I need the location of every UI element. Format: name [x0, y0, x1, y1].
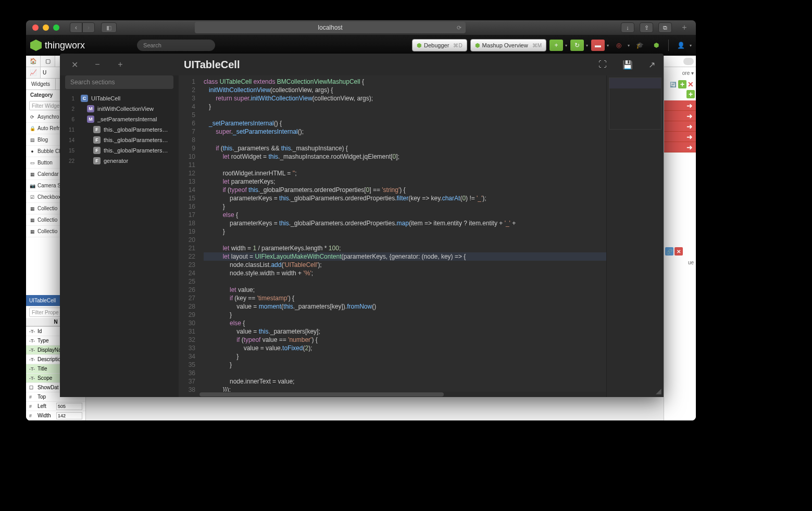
- outline-item[interactable]: 15Fthis._globalParameters…: [60, 145, 179, 156]
- home-icon[interactable]: 🏠: [26, 56, 41, 67]
- maximize-window-icon[interactable]: [53, 24, 59, 31]
- code-line[interactable]: else {: [204, 319, 606, 327]
- forward-button[interactable]: ›: [82, 22, 95, 33]
- code-line[interactable]: parameterKeys = this._globalParameters.o…: [204, 219, 606, 227]
- code-line[interactable]: initWithCollectionView(collectionView, a…: [204, 86, 606, 94]
- flag-icon[interactable]: ▬: [591, 40, 605, 51]
- minimize-tab-icon[interactable]: −: [91, 58, 104, 71]
- dropdown-icon[interactable]: ▾: [586, 43, 588, 48]
- code-line[interactable]: if (typeof value == 'number') {: [204, 336, 606, 344]
- reload-icon[interactable]: ⟳: [457, 24, 461, 31]
- debugger-button[interactable]: ⬢ Debugger ⌘D: [412, 39, 467, 52]
- resize-handle-icon[interactable]: ◢: [656, 387, 661, 395]
- code-line[interactable]: if (typeof this._globalParameters.ordere…: [204, 186, 606, 194]
- outline-item[interactable]: 2MinitWithCollectionView: [60, 104, 179, 114]
- fullscreen-icon[interactable]: ⛶: [598, 60, 607, 70]
- code-line[interactable]: node.classList.add('UITableCell');: [204, 261, 606, 269]
- minimap[interactable]: [606, 75, 664, 397]
- code-line[interactable]: [204, 369, 606, 377]
- horizontal-scrollbar[interactable]: [199, 392, 606, 397]
- outline-item[interactable]: 14Fthis._globalParameters…: [60, 135, 179, 145]
- code-line[interactable]: [204, 111, 606, 119]
- code-line[interactable]: node.style.width = width + '%';: [204, 269, 606, 277]
- code-line[interactable]: super._setParametersInternal();: [204, 127, 606, 136]
- new-tab-button[interactable]: +: [679, 22, 690, 33]
- code-line[interactable]: value = value.toFixed(2);: [204, 344, 606, 352]
- code-line[interactable]: }: [204, 227, 606, 236]
- code-line[interactable]: }: [204, 311, 606, 319]
- cube-icon[interactable]: ⬢: [649, 40, 663, 51]
- chart-icon[interactable]: 📈: [26, 67, 41, 78]
- delete-icon[interactable]: ✕: [674, 247, 683, 256]
- close-window-icon[interactable]: [32, 24, 39, 31]
- downloads-icon[interactable]: ↓: [621, 22, 634, 33]
- target-icon[interactable]: ◎: [612, 40, 626, 51]
- outline-item[interactable]: 11Fthis._globalParameters…: [60, 124, 179, 135]
- tab-widgets[interactable]: Widgets: [26, 79, 56, 90]
- search-input[interactable]: Search: [137, 40, 215, 51]
- sidebar-toggle-button[interactable]: ◧: [101, 22, 117, 33]
- mashup-overview-button[interactable]: ⬢ Mashup Overview ⌘M: [470, 39, 546, 52]
- code-line[interactable]: return super.initWithCollectionView(coll…: [204, 94, 606, 103]
- refresh-icon[interactable]: 🔄: [670, 82, 676, 87]
- action-arrow[interactable]: ➜: [664, 142, 696, 152]
- outline-item[interactable]: 6M_setParametersInternal: [60, 114, 179, 124]
- add-icon[interactable]: +: [686, 90, 695, 98]
- code-lines[interactable]: class UITableCell extends BMCollectionVi…: [199, 75, 606, 397]
- url-bar[interactable]: localhost ⟳: [195, 22, 466, 33]
- refresh-icon[interactable]: ↻: [570, 40, 584, 51]
- add-icon[interactable]: +: [678, 80, 686, 88]
- tabs-icon[interactable]: ⧉: [658, 22, 672, 33]
- code-line[interactable]: let width = 1 / parameterKeys.length * 1…: [204, 244, 606, 252]
- code-line[interactable]: }: [204, 103, 606, 111]
- code-line[interactable]: if (this._parameters && this._mashupInst…: [204, 144, 606, 152]
- code-line[interactable]: if (key == 'timestamp') {: [204, 294, 606, 302]
- code-line[interactable]: [204, 277, 606, 286]
- prop-row[interactable]: #Width142: [26, 411, 85, 420]
- more-dropdown[interactable]: ore ▾: [664, 67, 696, 79]
- delete-icon[interactable]: ✕: [688, 80, 694, 88]
- code-line[interactable]: rootWidget.innerHTML = '';: [204, 169, 606, 177]
- outline-list[interactable]: 1CUITableCell2MinitWithCollectionView6M_…: [60, 93, 179, 397]
- code-line[interactable]: class UITableCell extends BMCollectionVi…: [204, 78, 606, 86]
- code-line[interactable]: value = this._parameters[key];: [204, 327, 606, 336]
- action-arrow[interactable]: ➜: [664, 132, 696, 142]
- code-line[interactable]: value = moment(this._parameters[key]).fr…: [204, 302, 606, 311]
- new-tab-icon[interactable]: +: [114, 58, 127, 71]
- code-line[interactable]: _setParametersInternal() {: [204, 119, 606, 127]
- share-icon[interactable]: ⇪: [640, 22, 653, 33]
- dropdown-icon[interactable]: ▾: [565, 43, 567, 48]
- dropdown-icon[interactable]: ▾: [607, 43, 609, 48]
- minimize-window-icon[interactable]: [43, 24, 49, 31]
- code-line[interactable]: parameterKeys = this._globalParameters.o…: [204, 194, 606, 202]
- prop-row[interactable]: #Left505: [26, 402, 85, 411]
- code-line[interactable]: node.innerText = value;: [204, 377, 606, 386]
- code-line[interactable]: let rootWidget = this._mashupInstance.ro…: [204, 152, 606, 161]
- code-line[interactable]: let value;: [204, 286, 606, 294]
- code-line[interactable]: [204, 236, 606, 244]
- share-icon[interactable]: ↗: [648, 60, 655, 70]
- academy-icon[interactable]: 🎓: [633, 40, 646, 51]
- scrollbar-thumb[interactable]: [199, 392, 444, 397]
- toggle-switch[interactable]: [683, 58, 694, 65]
- search-sections-input[interactable]: Search sections: [65, 75, 173, 89]
- action-arrow[interactable]: ➜: [664, 111, 696, 121]
- close-tab-icon[interactable]: ✕: [68, 58, 81, 71]
- dropdown-icon[interactable]: ▾: [628, 43, 630, 48]
- user-icon[interactable]: 👤: [674, 40, 688, 51]
- add-icon[interactable]: +: [549, 40, 563, 51]
- code-line[interactable]: else {: [204, 211, 606, 219]
- outline-item[interactable]: 22Fgenerator: [60, 156, 179, 166]
- window-icon[interactable]: ▢: [41, 56, 55, 67]
- prop-value[interactable]: 142: [56, 412, 82, 419]
- code-line[interactable]: [204, 161, 606, 169]
- save-icon[interactable]: 💾: [622, 60, 633, 70]
- code-line[interactable]: let layout = UIFlexLayoutMakeWithContent…: [204, 252, 606, 261]
- action-arrow[interactable]: ➜: [664, 100, 696, 111]
- dropdown-icon[interactable]: ▾: [690, 43, 692, 48]
- code-line[interactable]: }: [204, 202, 606, 211]
- prop-value[interactable]: 505: [56, 403, 82, 410]
- code-line[interactable]: }: [204, 352, 606, 361]
- code-line[interactable]: let parameterKeys;: [204, 177, 606, 186]
- back-button[interactable]: ‹: [70, 22, 82, 33]
